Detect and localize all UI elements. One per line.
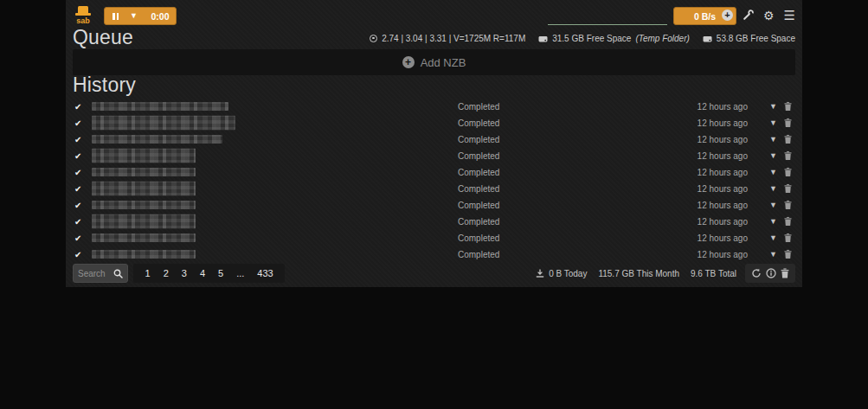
job-status: Completed	[458, 101, 499, 111]
page-button-1[interactable]: 1	[138, 268, 157, 278]
row-dropdown-caret-icon[interactable]: ▼	[769, 201, 777, 209]
pause-icon[interactable]	[113, 13, 119, 20]
redacted-job-name[interactable]	[92, 148, 196, 163]
page-button-last[interactable]: 433	[251, 268, 280, 278]
row-dropdown-caret-icon[interactable]: ▼	[769, 184, 777, 193]
job-age: 12 hours ago	[698, 101, 748, 111]
history-row: ✔ Completed 12 hours ago ▼	[73, 246, 795, 262]
history-actions	[745, 264, 795, 283]
history-row: ✔ Completed 12 hours ago ▼	[73, 180, 795, 196]
menu-icon[interactable]: ☰	[784, 9, 795, 22]
temp-free-space[interactable]: 31.5 GB Free Space (Temp Folder)	[538, 34, 690, 43]
job-age: 12 hours ago	[698, 233, 748, 242]
performance-stats: 2.74 | 3.04 | 3.31 | V=1725M R=117M	[370, 34, 525, 43]
wrench-icon[interactable]	[743, 10, 754, 21]
job-status: Completed	[458, 249, 499, 259]
job-status: Completed	[458, 134, 499, 144]
row-dropdown-caret-icon[interactable]: ▼	[769, 168, 777, 176]
page-button-5[interactable]: 5	[212, 268, 230, 278]
job-status: Completed	[458, 216, 499, 226]
status-line: 2.74 | 3.04 | 3.31 | V=1725M R=117M 31.5…	[370, 34, 795, 43]
history-row: ✔ Completed 12 hours ago ▼	[73, 229, 795, 246]
job-age: 12 hours ago	[698, 118, 748, 127]
check-icon: ✔	[74, 183, 81, 193]
job-age: 12 hours ago	[698, 200, 748, 209]
refresh-icon[interactable]	[751, 268, 762, 278]
row-dropdown-caret-icon[interactable]: ▼	[769, 135, 777, 144]
history-row: ✔ Completed 12 hours ago ▼	[73, 163, 795, 180]
trash-icon[interactable]	[784, 200, 792, 209]
job-status: Completed	[458, 118, 499, 127]
page-button-2[interactable]: 2	[157, 268, 175, 278]
gear-icon[interactable]: ⚙	[763, 10, 775, 22]
search-icon[interactable]	[113, 269, 123, 278]
page-ellipsis: ...	[230, 268, 251, 278]
row-dropdown-caret-icon[interactable]: ▼	[769, 102, 777, 111]
redacted-job-name[interactable]	[92, 102, 228, 111]
job-status: Completed	[458, 167, 499, 176]
disk-icon	[538, 35, 548, 43]
sab-hat-icon: sab	[73, 5, 93, 26]
svg-text:sab: sab	[76, 16, 90, 25]
info-icon[interactable]	[766, 268, 776, 278]
load-icon	[370, 35, 377, 42]
row-dropdown-caret-icon[interactable]: ▼	[769, 217, 777, 226]
redacted-job-name[interactable]	[92, 201, 196, 209]
row-dropdown-caret-icon[interactable]: ▼	[769, 233, 777, 242]
trash-icon[interactable]	[784, 167, 792, 176]
temp-folder-note: (Temp Folder)	[635, 34, 689, 43]
pagination: 1 2 3 4 5 ... 433	[133, 264, 285, 283]
history-row: ✔ Completed 12 hours ago ▼	[73, 131, 795, 147]
job-status: Completed	[458, 183, 499, 193]
complete-free-space[interactable]: 53.8 GB Free Space	[703, 34, 795, 43]
check-icon: ✔	[74, 134, 81, 144]
add-nzb-label: Add NZB	[421, 56, 466, 69]
trash-icon[interactable]	[784, 101, 792, 111]
download-icon	[536, 269, 544, 278]
pause-timer: 0:00	[145, 11, 176, 22]
trash-icon[interactable]	[784, 216, 792, 226]
trash-icon[interactable]	[784, 233, 792, 242]
redacted-job-name[interactable]	[92, 250, 196, 259]
trash-icon[interactable]	[784, 249, 792, 259]
redacted-job-name[interactable]	[92, 233, 196, 242]
redacted-job-name[interactable]	[92, 181, 196, 195]
row-dropdown-caret-icon[interactable]: ▼	[769, 250, 777, 259]
check-icon: ✔	[74, 233, 81, 242]
plus-circle-icon: +	[402, 56, 415, 68]
check-icon: ✔	[74, 249, 81, 259]
trash-icon[interactable]	[781, 268, 789, 278]
trash-icon[interactable]	[784, 150, 792, 160]
top-bar: sab ▼ 0:00 0 B/s ▼ +	[73, 7, 795, 25]
check-icon: ✔	[74, 101, 81, 111]
redacted-job-name[interactable]	[92, 115, 235, 130]
trash-icon[interactable]	[784, 134, 792, 144]
job-status: Completed	[458, 150, 499, 160]
trash-icon[interactable]	[784, 183, 792, 193]
add-nzb-icon[interactable]: +	[722, 10, 733, 21]
sabnzbd-logo[interactable]: sab	[73, 5, 93, 26]
history-footer: 1 2 3 4 5 ... 433 0 B Today 115.7	[73, 264, 795, 283]
pause-dropdown-caret-icon[interactable]: ▼	[130, 12, 138, 20]
add-nzb-dropzone[interactable]: + Add NZB	[73, 49, 795, 75]
history-title: History	[73, 73, 136, 97]
history-stats: 0 B Today 115.7 GB This Month 9.6 TB Tot…	[536, 269, 736, 278]
page-button-3[interactable]: 3	[175, 268, 193, 278]
row-dropdown-caret-icon[interactable]: ▼	[769, 118, 777, 127]
pause-timer-button-group[interactable]: ▼ 0:00	[104, 7, 177, 25]
search-input[interactable]	[78, 269, 113, 278]
check-icon: ✔	[74, 167, 81, 176]
redacted-job-name[interactable]	[92, 135, 222, 144]
page: sab ▼ 0:00 0 B/s ▼ +	[0, 0, 868, 409]
history-search[interactable]	[73, 264, 128, 283]
trash-icon[interactable]	[784, 118, 792, 127]
history-row: ✔ Completed 12 hours ago ▼	[73, 213, 795, 229]
history-row: ✔ Completed 12 hours ago ▼	[73, 147, 795, 163]
redacted-job-name[interactable]	[92, 214, 196, 228]
disk-icon	[703, 35, 712, 43]
redacted-job-name[interactable]	[92, 168, 196, 176]
row-dropdown-caret-icon[interactable]: ▼	[769, 151, 777, 160]
page-button-4[interactable]: 4	[193, 268, 211, 278]
top-icon-group: + ⚙ ☰	[722, 9, 795, 22]
stat-month: 115.7 GB This Month	[598, 269, 679, 278]
